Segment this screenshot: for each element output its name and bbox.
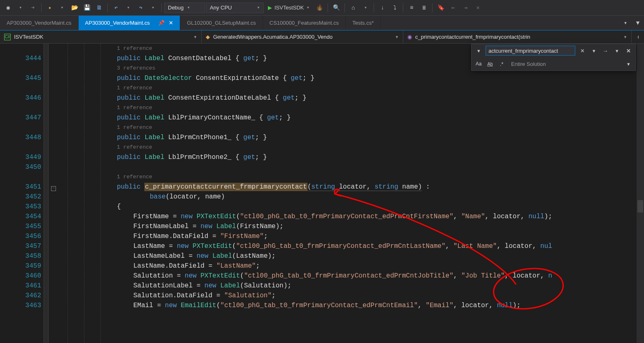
split-editor-button[interactable]: ⫞ [632,34,644,40]
close-icon[interactable]: ✕ [169,20,173,26]
new-item-caret[interactable]: ▼ [56,2,68,14]
solution-config-dropdown[interactable]: Debug ▼ [164,2,205,13]
tab-label: CS100000_FeaturesMaint.cs [270,20,339,26]
clear-bookmarks-button[interactable]: ✕ [472,2,484,14]
play-icon: ▶ [268,5,272,11]
hot-reload-button[interactable]: 🔥 [314,2,325,14]
codelens[interactable]: 1 reference [67,103,644,113]
fold-toggle[interactable]: − [51,186,56,191]
line-number: 3451 [20,182,41,192]
step-over-button[interactable]: ⤵ [389,2,400,14]
browser-link-button[interactable]: ⌂ [347,2,359,14]
code-line: public DateSelector ConsentExpirationDat… [67,73,644,83]
solution-platform-dropdown[interactable]: Any CPU ▼ [206,2,264,13]
platform-value: Any CPU [210,5,232,11]
line-number: 3448 [20,133,41,142]
expand-replace-button[interactable]: ▾ [474,46,483,55]
tab-tests[interactable]: Tests.cs* [346,16,381,30]
step-into-button[interactable]: ↓ [377,2,388,14]
open-file-button[interactable]: 📂 [69,2,80,14]
project-selector[interactable]: C# ISVTestSDK ▼ [0,30,202,43]
find-scope-caret[interactable]: ▾ [624,59,633,68]
start-debug-button[interactable]: ▶ ISVTestSDK ▼ [265,2,313,14]
tab-overflow-button[interactable]: ▾ [619,16,632,30]
codelens[interactable]: 1 reference [67,142,644,152]
line-number: 3447 [20,113,41,123]
codelens[interactable]: 1 reference [67,172,644,182]
code-line: LastNameLabel = new Label(LastName); [67,251,644,261]
codelens[interactable]: 1 reference [67,83,644,93]
line-number: 3444 [20,54,41,63]
code-folding-gutter[interactable]: − [49,44,59,343]
redo-caret[interactable]: ▼ [147,2,159,14]
vertical-scrollbar[interactable] [637,44,644,343]
code-line-blank [67,162,644,172]
line-number: 3446 [20,93,41,103]
find-panel-close-button[interactable]: ✕ [624,46,633,55]
new-item-button[interactable]: ✦ [44,2,56,14]
find-in-files-button[interactable]: 🔍 [330,2,342,14]
save-all-button[interactable]: 🗎 [93,2,105,14]
undo-caret[interactable]: ▼ [123,2,134,14]
browser-link-caret[interactable]: ▼ [360,2,371,14]
nav-back-caret[interactable]: ▼ [15,2,26,14]
code-line: LastName.DataField = "LastName"; [67,261,644,271]
tab-dropdown-button[interactable]: ▼ [632,16,644,30]
code-line: public c_primarycontactcurrent_frmprimar… [67,182,644,192]
code-line: public Label LblPrimaryContactName_ { ge… [67,113,644,123]
code-line: public Label LblPrmCntPhone1_ { get; } [67,133,644,142]
find-options-caret[interactable]: ▾ [589,46,598,55]
line-number: 3457 [20,241,41,251]
undo-button[interactable]: ↶ [110,2,122,14]
code-line: { [67,202,644,212]
line-number: 3458 [20,251,41,261]
prev-bookmark-button[interactable]: ⇤ [447,2,459,14]
member-label: c_primarycontactcurrent_frmprimarycontac… [415,34,530,40]
tab-vendormaint-1[interactable]: AP303000_VendorMaint.cs [0,16,79,30]
line-number: 3460 [20,271,41,281]
line-number: 3459 [20,261,41,271]
find-scope-label: Entire Solution [509,61,621,67]
member-selector[interactable]: ◉ c_primarycontactcurrent_frmprimarycont… [403,30,632,43]
nav-forward-button[interactable]: ➜ [27,2,39,14]
tab-vendormaint-2[interactable]: AP303000_VendorMaint.cs 📌 ✕ [79,16,181,30]
indent-less-button[interactable]: ≡ [406,2,417,14]
line-number: 3449 [20,152,41,162]
find-next-button[interactable]: → [601,46,610,55]
tab-glsetupmaint[interactable]: GL102000_GLSetupMaint.cs [180,16,263,30]
class-selector[interactable]: ◆ GeneratedWrappers.Acumatica.AP303000_V… [202,30,403,43]
find-close-button[interactable]: ✕ [578,46,587,55]
match-case-button[interactable]: Aa [474,59,483,68]
bookmark-button[interactable]: 🔖 [435,2,446,14]
code-line: LastName = new PXTextEdit("ctl00_phG_tab… [67,241,644,251]
code-line: base(locator, name) [67,192,644,202]
code-area[interactable]: 1 reference public Label ConsentDateLabe… [59,44,644,343]
indent-more-button[interactable]: ≣ [418,2,430,14]
tab-label: AP303000_VendorMaint.cs [85,20,150,26]
code-line: FirstName.DataField = "FirstName"; [67,231,644,241]
code-line: Salutation = new PXTextEdit("ctl00_phG_t… [67,271,644,281]
breakpoint-margin[interactable] [0,44,20,343]
class-label: GeneratedWrappers.Acumatica.AP303000_Ven… [213,34,332,40]
class-icon: ◆ [206,34,210,40]
line-number: 3455 [20,222,41,231]
line-number: 3452 [20,192,41,202]
code-line: FirstNameLabel = new Label(FirstName); [67,222,644,231]
code-line: EMail = new EmailEdit("ctl00_phG_tab_t0_… [67,301,644,310]
nav-back-button[interactable]: ◉ [2,2,14,14]
regex-button[interactable]: .* [497,59,506,68]
document-tabs: AP303000_VendorMaint.cs AP303000_VendorM… [0,16,644,30]
find-prev-caret[interactable]: ▾ [612,46,621,55]
find-input[interactable] [486,46,575,56]
codelens[interactable]: 1 reference [67,123,644,133]
code-line: public Label LblPrmCntPhone2_ { get; } [67,152,644,162]
redo-button[interactable]: ↷ [135,2,146,14]
code-line: FirstName = new PXTextEdit("ctl00_phG_ta… [67,212,644,222]
pin-icon[interactable]: 📌 [158,20,165,26]
save-button[interactable]: 💾 [81,2,93,14]
next-bookmark-button[interactable]: ⇥ [460,2,471,14]
code-editor[interactable]: ▾ ✕ ▾ → ▾ ✕ Aa Ab .* Entire Solution ▾ 3… [0,44,644,343]
tab-featuresmaint[interactable]: CS100000_FeaturesMaint.cs [263,16,346,30]
line-number: 3454 [20,212,41,222]
whole-word-button[interactable]: Ab [486,59,495,68]
